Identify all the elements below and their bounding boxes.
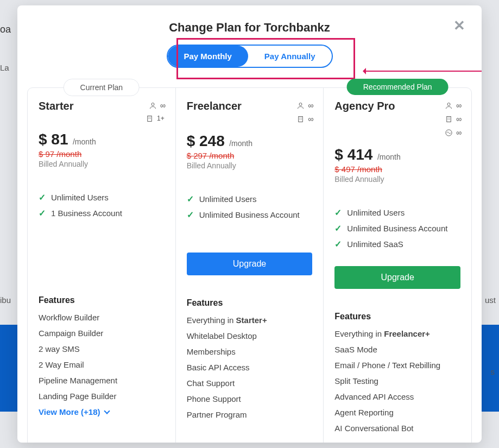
svg-point-12	[447, 103, 450, 106]
plan-price: $ 248	[187, 132, 225, 149]
plan-price-per: /month	[73, 137, 96, 146]
feature-item: Pipeline Management	[39, 376, 165, 385]
bg-text: s	[491, 367, 495, 376]
feature-item: Advanced API Access	[334, 392, 460, 401]
billing-toggle: Pay Monthly Pay Annually	[167, 45, 333, 68]
plan-price-note: Billed Annually	[187, 161, 313, 170]
plan-name: Agency Pro	[334, 100, 395, 112]
plan-freelancer: Freelancer ∞ ∞ $ 248 /month $ 297 /month…	[175, 88, 324, 443]
svg-point-6	[299, 103, 302, 106]
bg-text: ust	[485, 295, 496, 305]
check-icon: ✓	[39, 208, 46, 218]
close-icon: ✕	[453, 17, 465, 34]
feature-item: Memberships	[187, 347, 313, 356]
building-icon	[445, 115, 453, 123]
check-icon: ✓	[334, 223, 342, 234]
feature-item: Email / Phone / Text Rebilling	[334, 361, 460, 370]
plan-agency-pro: Recommended Plan Agency Pro ∞ ∞ ∞	[323, 88, 471, 443]
infinity-icon: ∞	[456, 100, 460, 111]
plan-meta-icons: ∞ ∞	[296, 100, 312, 127]
chevron-down-icon	[104, 408, 110, 414]
feature-item: Partner Program	[187, 410, 313, 419]
plans-container: Current Plan Starter ∞ 1+ $ 81 /month	[27, 87, 472, 443]
feature-item: Chat Support	[187, 378, 313, 388]
plan-price-note: Billed Annually	[334, 175, 460, 184]
user-icon	[149, 102, 157, 110]
feature-item: 2 Way Email	[39, 360, 165, 369]
bg-text: La	[0, 63, 9, 72]
svg-point-0	[151, 103, 154, 106]
upgrade-button[interactable]: Upgrade	[187, 253, 313, 275]
view-more-link[interactable]: View More (+18)	[39, 407, 109, 417]
plan-bullet: Unlimited Business Account	[347, 224, 447, 233]
plan-bullet: Unlimited Business Account	[199, 210, 300, 219]
user-icon	[296, 102, 305, 110]
svg-rect-13	[447, 117, 451, 122]
plan-price: $ 414	[334, 146, 372, 163]
features-heading: Features	[187, 298, 313, 308]
feature-item: Whitelabel Desktop	[187, 331, 313, 340]
infinity-icon: ∞	[456, 113, 460, 125]
plan-meta-icons: ∞ 1+	[146, 100, 165, 125]
current-plan-badge: Current Plan	[64, 79, 140, 96]
pay-annually-button[interactable]: Pay Annually	[248, 46, 332, 67]
check-icon: ✓	[39, 192, 46, 203]
plan-name: Freelancer	[187, 100, 242, 112]
plan-bullet: Unlimited SaaS	[347, 239, 403, 249]
bg-text: ibu	[0, 295, 11, 305]
svg-rect-1	[148, 116, 152, 121]
feature-item: 2 way SMS	[39, 344, 165, 354]
upgrade-button[interactable]: Upgrade	[334, 266, 460, 289]
infinity-icon: ∞	[308, 113, 312, 125]
change-plan-modal: Change Plan for Torchbankz ✕ Pay Monthly…	[17, 5, 482, 443]
saas-icon	[445, 129, 453, 137]
feature-item: Basic API Access	[187, 363, 313, 372]
plan-name: Starter	[39, 100, 73, 112]
feature-item: Phone Support	[187, 394, 313, 403]
check-icon: ✓	[187, 210, 194, 220]
plan-price-old: $ 497 /month	[334, 165, 460, 174]
modal-title: Change Plan for Torchbankz	[27, 21, 472, 35]
feature-item: AI Conversational Bot	[334, 424, 460, 433]
feature-item: Workflow Builder	[39, 313, 165, 322]
plan-bullet: Unlimited Users	[51, 193, 109, 202]
business-count: 1+	[157, 113, 165, 123]
plan-price-old: $ 297 /month	[187, 151, 313, 160]
plan-price: $ 81	[39, 131, 68, 148]
feature-item: Campaign Builder	[39, 329, 165, 338]
feature-item: Landing Page Builder	[39, 392, 165, 401]
plan-price-per: /month	[229, 139, 252, 148]
feature-item: Agent Reporting	[334, 408, 460, 417]
recommended-plan-badge: Recommended Plan	[347, 79, 449, 95]
plan-bullet: Unlimited Users	[347, 208, 405, 217]
plan-price-note: Billed Annually	[39, 160, 165, 168]
features-heading: Features	[334, 312, 460, 321]
plan-bullet: Unlimited Users	[199, 194, 257, 204]
check-icon: ✓	[334, 207, 342, 218]
infinity-icon: ∞	[456, 127, 460, 138]
infinity-icon: ∞	[308, 100, 312, 111]
building-icon	[296, 115, 305, 123]
plan-starter: Current Plan Starter ∞ 1+ $ 81 /month	[28, 88, 175, 443]
feature-item: Split Testing	[334, 376, 460, 386]
annotation-arrow	[365, 71, 482, 72]
close-button[interactable]: ✕	[453, 17, 465, 34]
feature-item: Everything in Starter+	[187, 316, 313, 325]
pay-monthly-button[interactable]: Pay Monthly	[168, 46, 248, 67]
check-icon: ✓	[334, 239, 342, 249]
building-icon	[146, 115, 154, 123]
features-heading: Features	[39, 295, 165, 305]
bg-text: oa	[0, 24, 11, 35]
plan-meta-icons: ∞ ∞ ∞	[445, 100, 460, 141]
feature-item: SaaS Mode	[334, 345, 460, 354]
check-icon: ✓	[187, 194, 194, 204]
plan-price-per: /month	[377, 153, 401, 161]
plan-bullet: 1 Business Account	[51, 209, 122, 218]
user-icon	[445, 102, 453, 110]
infinity-icon: ∞	[160, 100, 165, 111]
feature-item: Everything in Freelancer+	[334, 329, 460, 338]
plan-price-old: $ 97 /month	[39, 149, 165, 159]
svg-rect-7	[299, 117, 303, 122]
view-more-label: View More (+18)	[39, 407, 100, 417]
